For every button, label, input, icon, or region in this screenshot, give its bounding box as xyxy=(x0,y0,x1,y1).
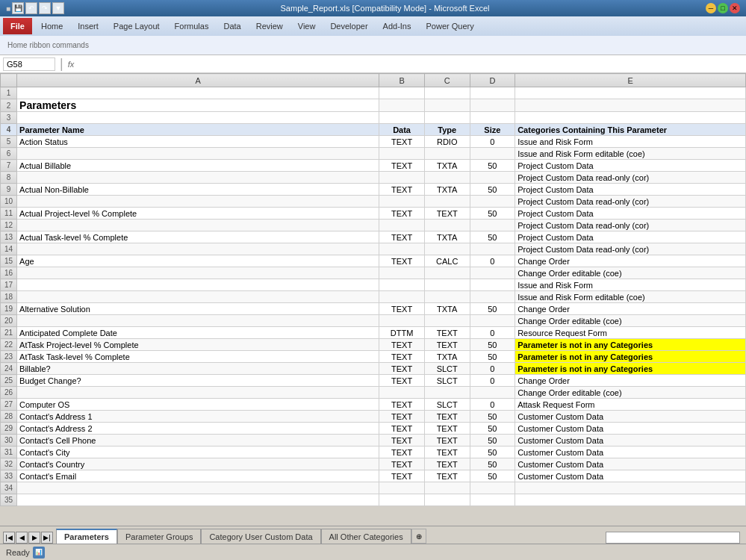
cell-a[interactable]: Actual Non-Billable xyxy=(17,184,379,196)
cell-c[interactable] xyxy=(424,243,470,255)
cell-c[interactable]: TEXT xyxy=(424,435,470,447)
tab-last-btn[interactable]: ▶| xyxy=(41,532,53,544)
customize-quick-btn[interactable]: ▼ xyxy=(52,2,64,14)
cell-d[interactable]: 50 xyxy=(470,339,515,351)
cell-e[interactable]: Project Custom Data read-only (cor) xyxy=(515,243,746,255)
cell-b[interactable] xyxy=(379,315,425,327)
cell-d[interactable] xyxy=(470,494,515,506)
cell-b[interactable]: TEXT xyxy=(379,470,425,482)
cell-b[interactable] xyxy=(379,148,425,160)
cell-a[interactable] xyxy=(17,291,379,303)
cell-d[interactable]: 50 xyxy=(470,435,515,447)
cell-e[interactable]: Change Order xyxy=(515,375,746,387)
cell-c[interactable]: TEXT xyxy=(424,208,470,220)
cell-e[interactable]: Project Custom Data xyxy=(515,184,746,196)
cell-b[interactable]: TEXT xyxy=(379,136,425,148)
cell-a[interactable]: Contact's City xyxy=(17,447,379,458)
cell-d[interactable]: 50 xyxy=(470,447,515,458)
cell-e[interactable]: Project Custom Data xyxy=(515,208,746,220)
cell-c[interactable]: TEXT xyxy=(424,470,470,482)
cell-d[interactable] xyxy=(470,220,515,231)
cell-d[interactable]: 50 xyxy=(470,351,515,363)
cell-c[interactable]: TXTA xyxy=(424,231,470,243)
tab-developer[interactable]: Developer xyxy=(324,18,373,34)
cell-b[interactable] xyxy=(379,482,425,494)
tab-add-ins[interactable]: Add-Ins xyxy=(377,18,417,34)
cell-c[interactable] xyxy=(424,99,470,112)
sheet-tab-parameter-groups[interactable]: Parameter Groups xyxy=(117,529,201,544)
cell-e[interactable]: Categories Containing This Parameter xyxy=(515,124,746,136)
cell-b[interactable] xyxy=(379,279,425,291)
cell-c[interactable]: TEXT xyxy=(424,423,470,435)
sheet-tab-all-other[interactable]: All Other Categories xyxy=(321,529,411,544)
cell-a[interactable]: Actual Project-level % Complete xyxy=(17,208,379,220)
cell-e[interactable]: Customer Custom Data xyxy=(515,458,746,470)
cell-a[interactable]: Age xyxy=(17,255,379,267)
cell-b[interactable]: TEXT xyxy=(379,339,425,351)
cell-c[interactable] xyxy=(424,172,470,184)
tab-power-query[interactable]: Power Query xyxy=(420,18,479,34)
sheet-tab-add[interactable]: ⊕ xyxy=(411,529,426,544)
cell-b[interactable]: TEXT xyxy=(379,375,425,387)
cell-c[interactable] xyxy=(424,220,470,231)
cell-b[interactable] xyxy=(379,220,425,231)
redo-quick-btn[interactable]: ↷ xyxy=(39,2,51,14)
cell-b[interactable] xyxy=(379,243,425,255)
cell-a[interactable]: Billable? xyxy=(17,363,379,375)
col-header-c[interactable]: C xyxy=(424,74,470,87)
cell-e[interactable]: Change Order editable (coe) xyxy=(515,387,746,399)
cell-c[interactable]: Type xyxy=(424,124,470,136)
cell-e[interactable]: Customer Custom Data xyxy=(515,447,746,458)
cell-d[interactable]: 0 xyxy=(470,327,515,339)
cell-b[interactable]: TEXT xyxy=(379,255,425,267)
cell-d[interactable] xyxy=(470,291,515,303)
cell-e[interactable]: Change Order xyxy=(515,255,746,267)
cell-c[interactable] xyxy=(424,387,470,399)
cell-b[interactable] xyxy=(379,494,425,506)
cell-d[interactable]: 50 xyxy=(470,184,515,196)
cell-b[interactable]: DTTM xyxy=(379,327,425,339)
cell-e[interactable]: Issue and Risk Form editable (coe) xyxy=(515,148,746,160)
cell-b[interactable]: TEXT xyxy=(379,458,425,470)
cell-d[interactable] xyxy=(470,279,515,291)
cell-b[interactable]: TEXT xyxy=(379,160,425,172)
cell-a[interactable]: Parameter Name xyxy=(17,124,379,136)
cell-c[interactable] xyxy=(424,112,470,124)
cell-b[interactable]: Data xyxy=(379,124,425,136)
tab-next-btn[interactable]: ▶ xyxy=(28,532,40,544)
file-tab[interactable]: File xyxy=(3,18,32,34)
cell-a[interactable]: Contact's Cell Phone xyxy=(17,435,379,447)
cell-e[interactable] xyxy=(515,99,746,112)
cell-d[interactable] xyxy=(470,482,515,494)
cell-a[interactable]: Parameters xyxy=(17,99,379,112)
cell-a[interactable] xyxy=(17,243,379,255)
cell-d[interactable]: 0 xyxy=(470,399,515,411)
cell-e[interactable]: Change Order editable (coe) xyxy=(515,315,746,327)
cell-a[interactable]: Computer OS xyxy=(17,399,379,411)
tab-home[interactable]: Home xyxy=(35,18,69,34)
cell-a[interactable]: Alternative Solution xyxy=(17,303,379,315)
cell-e[interactable]: Resource Request Form xyxy=(515,327,746,339)
horizontal-scrollbar[interactable] xyxy=(606,532,740,544)
sheet-tab-category-user[interactable]: Category User Custom Data xyxy=(201,529,320,544)
cell-e[interactable]: Project Custom Data xyxy=(515,231,746,243)
cell-c[interactable]: SLCT xyxy=(424,399,470,411)
cell-e[interactable]: Project Custom Data read-only (cor) xyxy=(515,172,746,184)
cell-a[interactable]: Actual Task-level % Complete xyxy=(17,231,379,243)
cell-b[interactable] xyxy=(379,99,425,112)
cell-e[interactable]: Project Custom Data xyxy=(515,160,746,172)
cell-c[interactable]: TEXT xyxy=(424,411,470,423)
cell-b[interactable] xyxy=(379,112,425,124)
tab-insert[interactable]: Insert xyxy=(72,18,105,34)
cell-b[interactable] xyxy=(379,172,425,184)
tab-view[interactable]: View xyxy=(292,18,322,34)
col-header-a[interactable]: A xyxy=(17,74,379,87)
cell-a[interactable]: Actual Billable xyxy=(17,160,379,172)
spreadsheet-scroll[interactable]: A B C D E 12Parameters34Parameter NameDa… xyxy=(0,73,746,526)
cell-d[interactable]: 50 xyxy=(470,208,515,220)
cell-d[interactable] xyxy=(470,99,515,112)
cell-a[interactable] xyxy=(17,315,379,327)
cell-b[interactable]: TEXT xyxy=(379,208,425,220)
cell-c[interactable]: TEXT xyxy=(424,447,470,458)
cell-c[interactable]: TXTA xyxy=(424,303,470,315)
